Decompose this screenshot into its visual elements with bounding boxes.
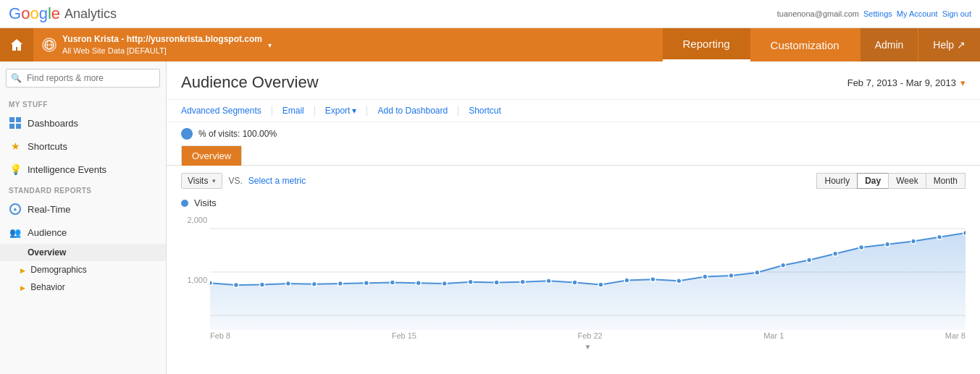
chart-dot [755,270,760,275]
search-icon: 🔍 [11,73,22,83]
date-range-picker[interactable]: Feb 7, 2013 - Mar 9, 2013 ▾ [847,77,966,88]
sidebar-realtime-label: Real-Time [28,204,70,215]
segment-bar: % of visits: 100.00% [167,122,980,145]
scroll-indicator[interactable]: ▼ [210,341,966,352]
chart-dot [520,279,525,284]
week-button[interactable]: Week [888,173,926,189]
arrow-icon: ▶ [20,267,25,274]
realtime-icon: ● [9,203,22,216]
time-controls: Hourly Day Week Month [817,173,966,189]
x-label-mar1: Mar 1 [763,331,784,340]
my-stuff-label: MY STUFF [0,95,166,111]
chart-dot [703,274,708,279]
overview-tabs: Overview [167,145,980,166]
shortcut-button[interactable]: Shortcut [469,106,501,116]
sidebar-item-realtime[interactable]: ● Real-Time [0,197,166,221]
standard-reports-label: STANDARD REPORTS [0,181,166,197]
settings-link[interactable]: Settings [863,9,892,18]
account-section[interactable]: Yusron Krista - http://yusronkrista.blog… [33,33,663,56]
select-metric-link[interactable]: Select a metric [248,176,306,186]
chart-dot [234,283,239,288]
audience-icon: 👥 [9,226,22,239]
search-input[interactable] [6,69,160,88]
sidebar-item-audience[interactable]: 👥 Audience [0,221,166,244]
chart-dot [963,230,966,235]
toolbar: Advanced Segments Email Export ▾ Add to … [167,100,980,122]
chart-dot [494,280,499,285]
month-button[interactable]: Month [926,173,966,189]
sign-out-link[interactable]: Sign out [942,9,971,18]
nav-right: Admin Help ↗ [860,28,980,61]
sidebar-intelligence-label: Intelligence Events [28,164,106,175]
chart-area: Visits ▾ VS. Select a metric Hourly Day … [167,166,980,352]
chart-area-fill [210,233,966,330]
logo-google: Google [9,4,60,23]
overview-tab[interactable]: Overview [181,145,242,166]
chart-dot [937,234,942,239]
y-axis-top: 2,000 [181,216,210,224]
vs-text: VS. [228,176,242,186]
toolbar-sep-1 [272,106,272,116]
chart-dot [210,281,212,286]
chart-with-yaxis: 2,000 1,000 [181,214,966,352]
sidebar-sub-overview[interactable]: Overview [0,244,166,261]
chart-dot [833,251,838,256]
add-to-dashboard-button[interactable]: Add to Dashboard [377,106,448,116]
account-sub: All Web Site Data [DEFAULT] [62,46,262,56]
logo-analytics-text: Analytics [64,7,117,22]
chart-dot [442,281,447,286]
sidebar-audience-label: Audience [28,227,67,238]
admin-button[interactable]: Admin [860,28,918,61]
nav-tab-reporting[interactable]: Reporting [663,28,750,61]
sidebar-item-shortcuts[interactable]: ★ Shortcuts [0,135,166,158]
chart-dot [311,281,317,286]
toolbar-sep-4 [458,106,458,116]
globe-svg [44,40,54,50]
sidebar-sub-behavior[interactable]: ▶ Behavior [0,279,166,296]
sidebar: 🔍 MY STUFF Dashboards ★ Shortcuts 💡 Inte… [0,61,167,374]
content-area: Audience Overview Feb 7, 2013 - Mar 9, 2… [167,61,980,374]
legend-dot [181,200,188,207]
sidebar-item-dashboards[interactable]: Dashboards [0,111,166,135]
chart-dot [468,279,473,284]
page-title: Audience Overview [181,73,319,92]
chart-dot [546,279,551,284]
export-arrow: ▾ [352,106,356,116]
home-button[interactable] [0,28,33,61]
x-label-feb22: Feb 22 [577,331,602,340]
metric-dropdown[interactable]: Visits ▾ [181,173,222,189]
date-range-text: Feb 7, 2013 - Mar 9, 2013 [847,77,956,88]
chart-dot [911,239,916,244]
nav-tab-customization[interactable]: Customization [750,28,860,61]
sidebar-shortcuts-label: Shortcuts [28,141,67,152]
site-name: Yusron Krista - http://yusronkrista.blog… [62,33,262,46]
x-label-feb15: Feb 15 [392,331,416,340]
sidebar-item-intelligence-events[interactable]: 💡 Intelligence Events [0,158,166,181]
sidebar-search[interactable]: 🔍 [6,69,160,88]
account-dropdown-arrow[interactable]: ▾ [268,41,272,49]
help-button[interactable]: Help ↗ [918,28,980,61]
sidebar-sub-demographics[interactable]: ▶ Demographics [0,261,166,279]
segment-text: % of visits: 100.00% [198,129,277,139]
hourly-button[interactable]: Hourly [816,173,858,189]
chart-dot [729,273,734,279]
chart-dot [598,282,603,287]
date-range-arrow: ▾ [960,77,966,88]
export-button[interactable]: Export ▾ [325,106,357,116]
top-links: tuanenona@gmail.com Settings My Account … [777,9,971,18]
y-axis: 2,000 1,000 [181,214,210,352]
day-button[interactable]: Day [857,173,889,189]
chart-dot [416,281,421,286]
email-button[interactable]: Email [282,106,304,116]
x-label-mar8: Mar 8 [945,331,966,340]
metric-label: Visits [188,176,208,186]
advanced-segments-button[interactable]: Advanced Segments [181,106,261,116]
dashboard-icon [9,116,22,129]
y-axis-mid: 1,000 [181,276,210,284]
legend-label: Visits [194,197,217,208]
my-account-link[interactable]: My Account [897,9,938,18]
chart-dot [572,280,577,285]
chart-dot [677,279,682,284]
chart-dot [650,277,656,282]
metric-dropdown-arrow: ▾ [212,177,216,184]
